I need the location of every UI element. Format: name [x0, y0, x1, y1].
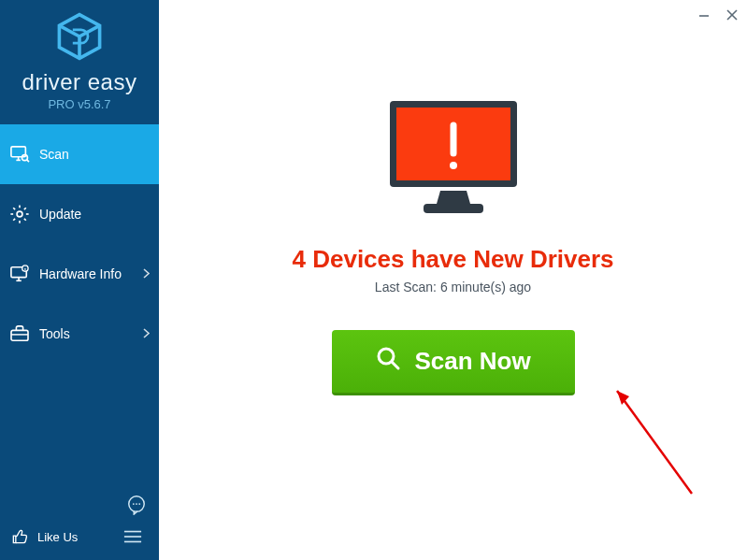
alert-monitor-icon	[384, 97, 523, 224]
svg-point-37	[450, 162, 457, 169]
brand-name: driver easy	[0, 69, 159, 95]
last-scan-text: Last Scan: 6 minute(s) ago	[375, 280, 531, 294]
svg-line-39	[392, 362, 398, 368]
sidebar-bottom: Like Us	[0, 485, 159, 560]
brand-version: PRO v5.6.7	[0, 97, 159, 111]
search-icon	[375, 345, 401, 378]
sidebar-item-label: Tools	[39, 326, 70, 341]
sidebar-item-label: Scan	[39, 147, 69, 162]
sidebar: driver easy PRO v5.6.7 Scan	[0, 0, 159, 560]
sidebar-item-label: Hardware Info	[39, 266, 122, 281]
monitor-info-icon	[7, 265, 32, 283]
scan-now-button[interactable]: Scan Now	[332, 330, 575, 395]
gear-icon	[7, 204, 32, 224]
sidebar-item-scan[interactable]: Scan	[0, 124, 159, 184]
svg-point-26	[138, 503, 140, 505]
sidebar-item-hardware-info[interactable]: Hardware Info	[0, 244, 159, 304]
status-heading: 4 Devices have New Drivers	[293, 245, 614, 274]
thumbs-up-icon	[7, 527, 32, 546]
like-us-button[interactable]: Like Us	[7, 519, 151, 551]
svg-point-24	[133, 503, 135, 505]
main-panel: 4 Devices have New Drivers Last Scan: 6 …	[159, 0, 747, 560]
chevron-right-icon	[143, 326, 150, 341]
annotation-arrow-icon	[598, 381, 711, 516]
scan-now-label: Scan Now	[414, 347, 530, 376]
chevron-right-icon	[143, 266, 150, 281]
svg-point-4	[22, 155, 27, 161]
menu-icon[interactable]	[118, 523, 148, 551]
feedback-icon[interactable]	[122, 491, 151, 519]
sidebar-item-tools[interactable]: Tools	[0, 304, 159, 364]
toolbox-icon	[7, 325, 32, 342]
svg-point-25	[136, 503, 137, 505]
svg-rect-35	[424, 204, 483, 213]
logo-area: driver easy PRO v5.6.7	[0, 0, 159, 124]
sidebar-item-label: Update	[39, 207, 81, 222]
svg-line-13	[13, 219, 15, 221]
svg-line-14	[24, 208, 26, 209]
svg-line-40	[617, 391, 692, 494]
svg-line-5	[27, 160, 29, 162]
svg-line-11	[13, 208, 15, 209]
sidebar-item-update[interactable]: Update	[0, 184, 159, 244]
svg-line-12	[24, 219, 26, 221]
cube-logo-icon	[0, 11, 159, 65]
scan-content: 4 Devices have New Drivers Last Scan: 6 …	[159, 0, 747, 395]
svg-point-6	[17, 211, 22, 217]
like-us-label: Like Us	[37, 530, 78, 544]
monitor-search-icon	[7, 145, 32, 164]
svg-rect-21	[11, 330, 28, 340]
sidebar-nav: Scan	[0, 124, 159, 364]
